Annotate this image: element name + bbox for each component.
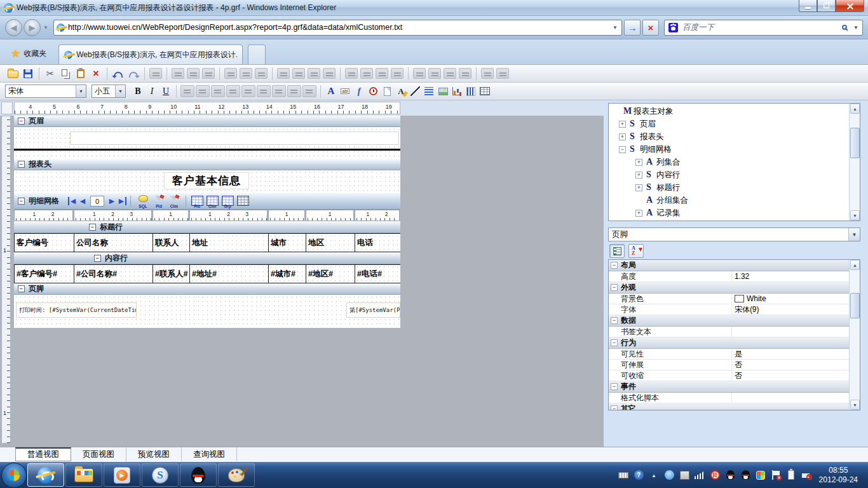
next-record-button[interactable]: ▶ <box>106 197 118 205</box>
taskbar-clock[interactable]: 08:55 2012-09-24 <box>817 466 863 485</box>
save-button[interactable] <box>20 66 36 81</box>
page-header-textbox[interactable] <box>70 132 399 145</box>
property-value[interactable]: 是 <box>731 349 849 359</box>
property-row[interactable]: 格式化脚本 <box>609 393 849 403</box>
align-right-button[interactable] <box>201 66 216 81</box>
column-filter-button[interactable]: Clm <box>166 195 182 208</box>
band-page-footer[interactable]: − 页脚 <box>14 283 400 295</box>
view-tab[interactable]: 页面视图 <box>71 447 126 461</box>
insert-line-button[interactable] <box>408 85 422 98</box>
title-cell[interactable]: 地区 <box>306 233 355 252</box>
field-cell[interactable]: #城市# <box>268 264 306 283</box>
tree-scrollbar[interactable]: ▲ ▼ <box>849 104 860 220</box>
align-bottom-button[interactable] <box>254 66 269 81</box>
collapse-icon[interactable]: − <box>94 255 101 262</box>
align-text-midleft-button[interactable] <box>226 84 241 98</box>
taskbar-sogou-button[interactable]: S <box>142 463 179 487</box>
tree-item[interactable]: + S 页眉 <box>609 118 849 130</box>
field-cell[interactable]: #地址# <box>189 264 268 283</box>
search-icon[interactable] <box>842 25 847 30</box>
lock-position-button[interactable] <box>148 66 163 81</box>
category-expander-icon[interactable]: − <box>611 284 618 291</box>
recent-pages-dropdown[interactable]: ▼ <box>43 25 48 30</box>
network-signal-icon[interactable] <box>695 470 705 480</box>
field-list-button[interactable]: Fld <box>190 195 204 208</box>
report-title-textbox[interactable]: 客户基本信息 <box>164 172 249 189</box>
browser-tab[interactable]: Web报表(B/S报表)演示, 在网页中应用报表设计... <box>58 44 243 64</box>
favorites-button[interactable]: ★ 收藏夹 <box>4 44 53 62</box>
category-expander-icon[interactable]: − <box>611 339 618 346</box>
paste-button[interactable] <box>73 66 88 81</box>
space-decrease-h-button[interactable] <box>374 66 390 81</box>
collapse-icon[interactable]: − <box>18 161 25 168</box>
align-text-bottomright-button[interactable] <box>302 84 317 98</box>
netmeeting-tray-icon[interactable]: 目 <box>710 470 721 480</box>
title-cell[interactable]: 公司名称 <box>74 233 153 252</box>
report-header-area[interactable]: 客户基本信息 <box>14 170 400 193</box>
property-row[interactable]: − 其它 <box>609 403 849 410</box>
same-size-button[interactable] <box>306 66 322 81</box>
tree-item[interactable]: + A 记录集 <box>609 207 849 219</box>
redo-button[interactable] <box>126 66 141 81</box>
first-record-button[interactable]: ◀ <box>68 197 77 205</box>
property-value[interactable] <box>731 393 849 403</box>
category-expander-icon[interactable]: − <box>611 317 618 324</box>
undo-button[interactable] <box>111 66 126 81</box>
record-number-input[interactable]: 0 <box>90 196 104 207</box>
tree-item[interactable]: A 分组集合 <box>609 194 849 207</box>
scrollbar-thumb[interactable] <box>850 293 860 318</box>
field-filter-button[interactable]: Fld <box>151 195 166 208</box>
property-value[interactable]: 1.32 <box>731 271 849 281</box>
property-row[interactable]: 背景色 White <box>609 294 849 304</box>
battery-tray-icon[interactable] <box>786 470 797 480</box>
tree-item[interactable]: − S 明细网格 <box>609 143 849 156</box>
help-tray-icon[interactable]: ? <box>634 470 644 480</box>
title-cell[interactable]: 联系人 <box>153 233 189 252</box>
title-cell[interactable]: 地址 <box>189 233 268 252</box>
property-row[interactable]: 可见性 是 <box>609 349 849 360</box>
align-text-bottomleft-button[interactable] <box>271 84 287 98</box>
view-tab[interactable]: 普通视图 <box>15 447 71 461</box>
tree-expander-icon[interactable]: + <box>619 133 626 140</box>
band-report-header[interactable]: − 报表头 <box>14 159 400 170</box>
restore-button[interactable] <box>817 0 836 12</box>
property-row[interactable]: − 布局 <box>609 260 849 271</box>
title-cell[interactable]: 城市 <box>268 233 306 252</box>
space-remove-h-button[interactable] <box>390 66 405 81</box>
tree-item[interactable]: + S 标题行 <box>609 181 849 194</box>
insert-barcode-button[interactable] <box>464 85 478 98</box>
search-dropdown-icon[interactable]: ▼ <box>853 25 858 30</box>
insert-systemvar-button[interactable] <box>366 85 380 98</box>
category-expander-icon[interactable]: − <box>611 383 618 390</box>
field-cell[interactable]: #客户编号# <box>14 264 74 283</box>
field-cell[interactable]: #联系人# <box>153 264 189 283</box>
group-list-button[interactable]: Grp <box>220 195 234 208</box>
delete-button[interactable]: × <box>88 66 104 81</box>
view-tab[interactable]: 查询视图 <box>182 447 237 461</box>
alphabetical-sort-button[interactable]: A Z <box>628 244 644 258</box>
tree-expander-icon[interactable]: + <box>619 121 626 128</box>
space-equal-v-button[interactable] <box>412 66 427 81</box>
tree-item[interactable]: + S 报表头 <box>609 130 849 143</box>
underline-button[interactable]: U <box>159 84 173 98</box>
column-list-button[interactable]: Clm <box>205 195 219 208</box>
ime-tray-icon[interactable] <box>679 470 690 480</box>
qq-tray-icon-2[interactable] <box>740 470 751 480</box>
band-detail-grid[interactable]: − 明细网格 ◀ ◀ 0 ▶ ▶ SQL Fld Clm Fld Clm Grp <box>14 193 400 210</box>
title-cell[interactable]: 电话 <box>355 233 400 252</box>
tree-item[interactable]: + S 页脚 <box>609 219 849 220</box>
space-decrease-v-button[interactable] <box>442 66 458 81</box>
tree-expander-icon[interactable]: + <box>635 159 642 166</box>
search-box[interactable]: 百度一下 ▼ <box>664 20 863 36</box>
insert-table-button[interactable] <box>478 85 492 98</box>
object-selector[interactable]: 页脚 ▼ <box>608 227 860 241</box>
tree-expander-icon[interactable]: + <box>635 172 642 179</box>
collapse-icon[interactable]: − <box>18 118 25 125</box>
windows-update-tray-icon[interactable] <box>756 470 766 480</box>
insert-textcolumn-button[interactable] <box>422 85 436 98</box>
field-cell[interactable]: #地区# <box>306 264 355 283</box>
align-text-topright-button[interactable] <box>210 84 226 98</box>
tree-expander-icon[interactable]: − <box>619 146 626 153</box>
property-row[interactable]: − 外观 <box>609 282 849 294</box>
space-equal-h-button[interactable] <box>344 66 359 81</box>
